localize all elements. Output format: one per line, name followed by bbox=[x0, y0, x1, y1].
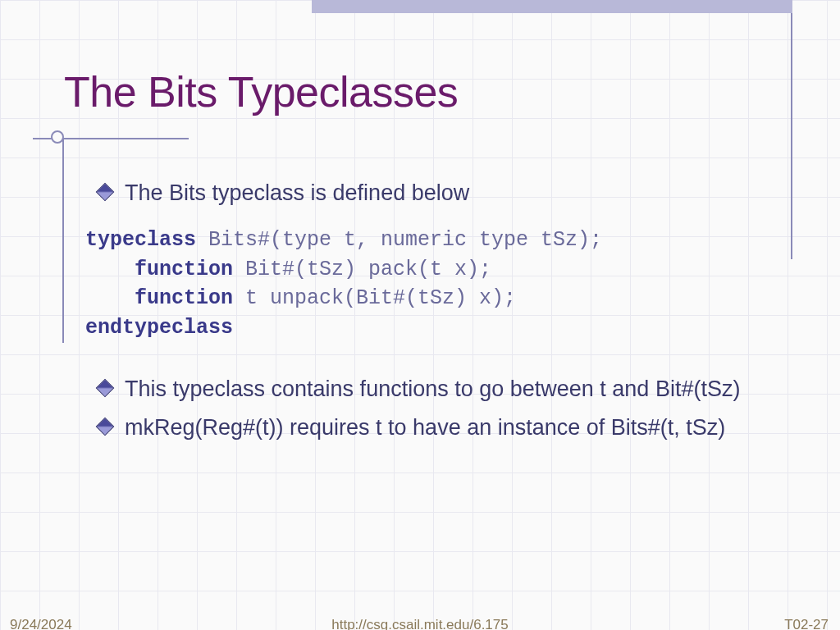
bullet-text: The Bits typeclass is defined below bbox=[125, 179, 469, 208]
code-text: Bits#(type t, numeric type tSz); bbox=[196, 228, 602, 252]
keyword: function bbox=[135, 286, 233, 310]
bullet-text: This typeclass contains functions to go … bbox=[125, 375, 740, 404]
diamond-bullet-icon bbox=[96, 183, 115, 202]
diamond-bullet-icon bbox=[96, 379, 115, 398]
content-area: The Bits typeclass is defined below type… bbox=[82, 179, 774, 460]
code-text: t unpack(Bit#(tSz) x); bbox=[233, 286, 516, 310]
top-banner bbox=[312, 0, 792, 13]
bullet-item: This typeclass contains functions to go … bbox=[82, 375, 774, 404]
keyword: endtypeclass bbox=[85, 316, 233, 340]
left-rule bbox=[62, 138, 64, 343]
bullet-item: The Bits typeclass is defined below bbox=[82, 179, 774, 208]
title-decoration bbox=[33, 133, 189, 158]
keyword: typeclass bbox=[85, 228, 196, 252]
slide-title: The Bits Typeclasses bbox=[64, 67, 458, 116]
footer-url: http://csg.csail.mit.edu/6.175 bbox=[0, 617, 840, 630]
bullet-text: mkReg(Reg#(t)) requires t to have an ins… bbox=[125, 413, 725, 442]
diamond-bullet-icon bbox=[96, 418, 115, 436]
right-rule bbox=[791, 13, 792, 259]
footer-page: T02-27 bbox=[784, 617, 829, 630]
keyword: function bbox=[135, 258, 233, 281]
code-block: typeclass Bits#(type t, numeric type tSz… bbox=[85, 226, 774, 342]
code-text: Bit#(tSz) pack(t x); bbox=[233, 258, 491, 281]
bullet-item: mkReg(Reg#(t)) requires t to have an ins… bbox=[82, 413, 774, 442]
